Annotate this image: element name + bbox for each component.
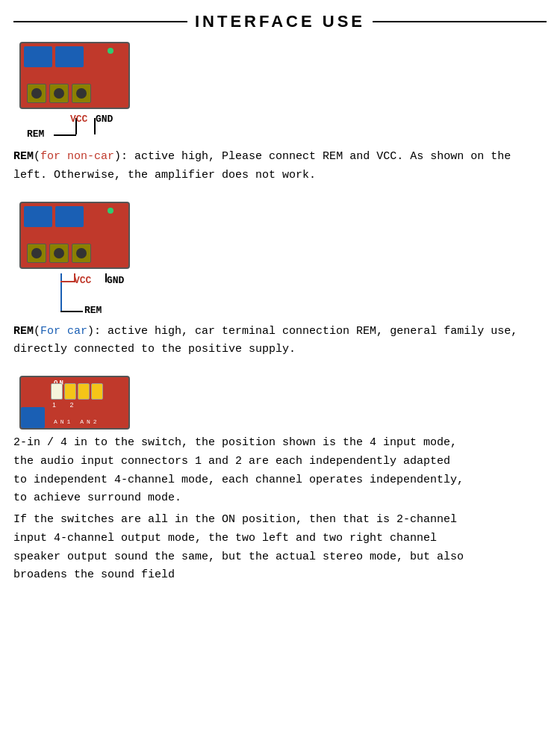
- terminal-2: [49, 84, 69, 103]
- switch-desc-line1: 2-in / 4 in to the switch, the position …: [13, 436, 457, 449]
- paren-open-2: (: [34, 325, 40, 338]
- wire-blue-vertical: [60, 273, 62, 312]
- header-line-left: [13, 21, 187, 22]
- switch-desc-line8: broadens the sound field: [13, 568, 175, 581]
- rem-label-2: REM: [84, 305, 102, 316]
- paren-close-2: ): [87, 325, 94, 338]
- pcb-image-2: [19, 202, 130, 269]
- switch-desc-line4: to achieve surround mode.: [13, 492, 181, 504]
- gnd-label-2: GND: [107, 275, 124, 286]
- switch-numbers: 1 2: [52, 401, 80, 409]
- page-title: INTERFACE USE: [187, 12, 373, 31]
- vcc-label-2: VCC: [74, 275, 91, 286]
- switch-cap-4: [91, 383, 103, 400]
- left-connector-switch: [21, 407, 45, 428]
- diagram-car: VCC GND REM: [19, 202, 547, 318]
- description-noncar: REM(for non-car): active high, Please co…: [13, 148, 547, 185]
- switch-desc-line5: If the switches are all in the ON positi…: [13, 513, 457, 526]
- terminal-6: [72, 244, 91, 263]
- blue-connector-right: [55, 46, 84, 67]
- wire-rem-horizontal: [60, 311, 83, 312]
- blue-connector-left-2: [24, 206, 52, 227]
- wiring-diagram-2: VCC GND REM: [60, 273, 180, 318]
- switch-cap-2: [64, 383, 76, 400]
- car-highlight: For car: [40, 325, 87, 338]
- switch-desc-line3: to independent 4-channel mode, each chan…: [13, 474, 464, 486]
- bottom-labels: AN1 AN2: [54, 418, 100, 425]
- blue-connector-left: [24, 46, 52, 67]
- description-switch-2: If the switches are all in the ON positi…: [13, 511, 547, 585]
- wire-red-horizontal: [60, 281, 74, 282]
- green-led-2: [108, 208, 113, 214]
- terminal-1: [27, 84, 46, 103]
- wire-horizontal-1: [54, 134, 76, 136]
- paren-close-1: ): [114, 150, 121, 163]
- terminal-4: [27, 244, 46, 263]
- terminal-row-2: [27, 244, 91, 263]
- diagram-noncar: REM VCC GND: [19, 42, 547, 143]
- switch-caps-row: [51, 383, 103, 400]
- paren-open-1: (: [34, 150, 40, 163]
- switch-desc-line7: speaker output sound the same, but the a…: [13, 551, 464, 563]
- vcc-label-1: VCC: [70, 114, 87, 125]
- description-switch-1: 2-in / 4 in to the switch, the position …: [13, 434, 547, 508]
- rem-text-1: REM: [13, 150, 34, 163]
- switch-cap-3: [78, 383, 90, 400]
- description-car: REM(For car): active high, car terminal …: [13, 323, 547, 360]
- rem-label-1: REM: [27, 128, 44, 140]
- terminal-5: [49, 244, 69, 263]
- page-header: INTERFACE USE: [13, 12, 547, 31]
- blue-connector-right-2: [55, 206, 84, 227]
- pcb-image-1: [19, 42, 130, 109]
- section-rem-car: VCC GND REM REM(For car): active high, c…: [13, 202, 547, 360]
- switch-desc-line2: the audio input connectors 1 and 2 are e…: [13, 455, 450, 468]
- green-led: [108, 48, 113, 54]
- terminal-row: [27, 84, 91, 103]
- section-switch: ON 1 2 AN1 AN2 2-in / 4 in to the switch…: [13, 376, 547, 585]
- gnd-label-1: GND: [96, 114, 113, 125]
- noncar-highlight: for non-car: [40, 150, 114, 163]
- switch-cap-1: [51, 383, 63, 400]
- switch-desc-line6: input 4-channel output mode, the two lef…: [13, 532, 437, 545]
- rem-text-2: REM: [13, 325, 34, 338]
- section-rem-noncar: REM VCC GND REM(for non-car): active hig…: [13, 42, 547, 185]
- header-line-right: [373, 21, 547, 22]
- pcb-switch-image: ON 1 2 AN1 AN2: [19, 376, 130, 430]
- terminal-3: [72, 84, 91, 103]
- diagram-switch: ON 1 2 AN1 AN2: [19, 376, 547, 430]
- wiring-diagram-1: REM VCC GND: [27, 114, 146, 143]
